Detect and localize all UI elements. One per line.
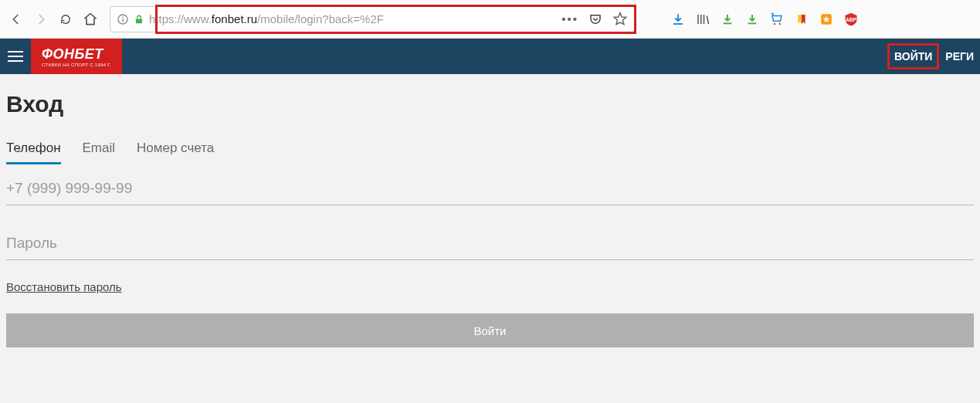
logo-text: ФОНБЕТ: [42, 46, 111, 63]
tab-email[interactable]: Email: [83, 141, 116, 164]
home-button[interactable]: [82, 11, 99, 28]
svg-rect-3: [136, 19, 142, 23]
home-icon: [83, 12, 98, 27]
tab-phone[interactable]: Телефон: [6, 141, 61, 164]
bookmark-star-icon[interactable]: [612, 12, 628, 27]
page-actions-icon[interactable]: •••: [561, 12, 578, 25]
arrow-right-icon: [34, 12, 48, 26]
arrow-left-icon: [9, 12, 23, 26]
cart-icon[interactable]: [769, 12, 785, 27]
url-text: https://www.fonbet.ru/mobile/login?back=…: [149, 12, 384, 25]
reload-icon: [59, 12, 73, 26]
info-icon: [117, 13, 129, 25]
header-login-link[interactable]: ВОЙТИ: [887, 43, 939, 69]
hamburger-icon: [8, 51, 23, 62]
adblock-icon[interactable]: ABP: [843, 12, 859, 27]
page-title: Вход: [6, 91, 974, 117]
logo-subtitle: СТАВКИ НА СПОРТ С 1994 Г.: [42, 63, 111, 67]
back-button[interactable]: [8, 11, 25, 28]
logo[interactable]: ФОНБЕТ СТАВКИ НА СПОРТ С 1994 Г.: [31, 39, 122, 74]
header-register-link[interactable]: РЕГИ: [939, 39, 980, 74]
nav-buttons: [8, 11, 99, 28]
submit-button[interactable]: Войти: [6, 313, 974, 347]
svg-rect-2: [122, 16, 123, 17]
page-content: Вход Телефон Email Номер счета Восстанов…: [0, 74, 980, 355]
download-icon[interactable]: [670, 12, 686, 27]
login-tabs: Телефон Email Номер счета: [6, 141, 974, 164]
svg-text:ABP: ABP: [846, 16, 857, 22]
bookmark-flag-icon[interactable]: [794, 12, 809, 27]
svg-point-5: [778, 22, 781, 25]
svg-rect-1: [122, 18, 123, 22]
download-green-2-icon[interactable]: [744, 12, 760, 27]
tab-account[interactable]: Номер счета: [137, 141, 214, 164]
site-header: ФОНБЕТ СТАВКИ НА СПОРТ С 1994 Г. ВОЙТИ Р…: [0, 39, 980, 74]
reload-button[interactable]: [57, 11, 74, 28]
download-green-1-icon[interactable]: [720, 12, 735, 27]
svg-point-4: [774, 22, 776, 25]
lock-icon: [134, 13, 144, 25]
address-bar[interactable]: https://www.fonbet.ru/mobile/login?back=…: [110, 6, 635, 32]
header-right: ВОЙТИ РЕГИ: [887, 39, 980, 74]
library-icon[interactable]: [695, 12, 710, 27]
recover-password-link[interactable]: Восстановить пароль: [6, 280, 122, 293]
menu-button[interactable]: [0, 39, 31, 74]
forward-button: [32, 11, 49, 28]
browser-toolbar: https://www.fonbet.ru/mobile/login?back=…: [0, 0, 980, 39]
password-input[interactable]: [6, 225, 974, 260]
extension-orange-icon[interactable]: [819, 12, 834, 27]
phone-input[interactable]: [6, 171, 974, 205]
pocket-icon[interactable]: [588, 12, 603, 26]
extension-icons: ABP: [670, 12, 859, 27]
